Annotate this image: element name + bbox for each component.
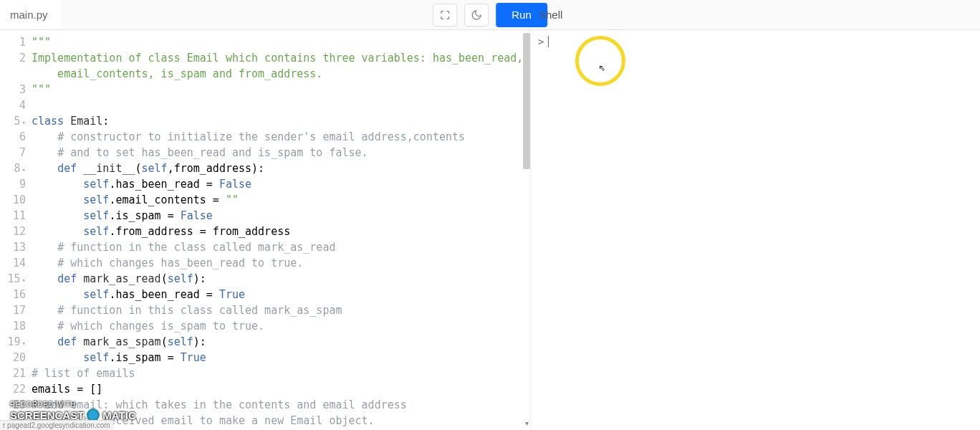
watermark-brand-a: SCREENCAST [10,409,84,421]
code-editor[interactable]: 123456789101112131415161718192021222324 … [0,30,530,430]
main-area: 123456789101112131415161718192021222324 … [0,30,980,430]
line-number: 22 [0,381,26,397]
prompt-symbol: > [538,36,544,47]
code-line[interactable]: self.is_spam = False [32,208,523,224]
line-number: 14 [0,255,26,271]
line-number: 5 [0,113,26,129]
line-number: 7 [0,145,26,161]
code-line[interactable]: def __init__(self,from_address): [32,161,523,176]
code-line[interactable]: email_contents, is_spam and from_address… [32,66,523,82]
line-number: 9 [0,176,26,192]
fullscreen-button[interactable] [433,4,457,27]
code-line[interactable]: self.has_been_read = False [32,176,523,192]
editor-scrollbar[interactable]: ▴ ▾ [523,33,530,427]
theme-toggle-button[interactable] [464,4,489,27]
filename-tab[interactable]: main.py [0,0,62,29]
line-number: 19 [0,334,26,350]
text-cursor [548,36,549,47]
line-number: 16 [0,287,26,302]
line-gutter: 123456789101112131415161718192021222324 [0,30,32,429]
code-line[interactable]: """ [32,34,523,50]
line-number: 21 [0,366,26,381]
line-number: 12 [0,224,26,239]
code-line[interactable]: # list of emails [32,366,523,381]
code-line[interactable]: # which changes has_been_read to true. [32,255,523,271]
line-number: 17 [0,302,26,318]
line-number: 1 [0,34,26,50]
code-line[interactable]: # and to set has_been_read and is_spam t… [32,145,523,161]
watermark-brand-b: MATIC [102,409,135,421]
line-number [0,66,26,82]
shell-tab[interactable]: Shell [539,9,562,21]
code-line[interactable]: def mark_as_read(self): [32,271,523,287]
code-line[interactable]: self.has_been_read = True [32,287,523,302]
line-number: 6 [0,129,26,145]
code-content[interactable]: """Implementation of class Email which c… [32,30,523,429]
shell-panel[interactable]: > ⇖ [530,30,980,430]
line-number: 8 [0,161,26,176]
line-number: 11 [0,208,26,224]
line-number: 20 [0,350,26,366]
line-number: 3 [0,82,26,97]
code-line[interactable]: Implementation of class Email which cont… [32,50,523,66]
code-line[interactable]: """ [32,82,523,97]
line-number: 18 [0,318,26,334]
line-number: 10 [0,192,26,208]
toolbar-center: Run [433,3,547,27]
code-line[interactable]: # function in this class called mark_as_… [32,302,523,318]
code-line[interactable]: self.is_spam = True [32,350,523,366]
moon-icon [471,9,482,21]
code-line[interactable]: class Email: [32,113,523,129]
code-line[interactable]: # function in the class called mark_as_r… [32,239,523,255]
scroll-thumb[interactable] [523,33,530,169]
code-line[interactable]: # constructor to initialize the sender's… [32,129,523,145]
watermark-line1: RECORDED WITH [10,401,136,408]
shell-prompt: > [538,36,973,47]
line-number: 4 [0,97,26,113]
line-number: 15 [0,271,26,287]
code-line[interactable]: # which changes is_spam to true. [32,318,523,334]
scroll-down-icon[interactable]: ▾ [523,420,530,427]
top-toolbar: main.py Run Shell [0,0,980,30]
code-line[interactable]: emails = [] [32,381,523,397]
recording-watermark: RECORDED WITH SCREENCAST MATIC [10,401,136,421]
status-bar: r pagead2.googlesyndication.com [0,420,113,430]
expand-icon [439,9,451,21]
code-line[interactable] [32,97,523,113]
line-number: 2 [0,50,26,66]
line-number: 13 [0,239,26,255]
code-line[interactable]: def mark_as_spam(self): [32,334,523,350]
code-line[interactable]: self.from_address = from_address [32,224,523,239]
mouse-cursor-icon: ⇖ [599,60,606,74]
code-line[interactable]: self.email_contents = "" [32,192,523,208]
